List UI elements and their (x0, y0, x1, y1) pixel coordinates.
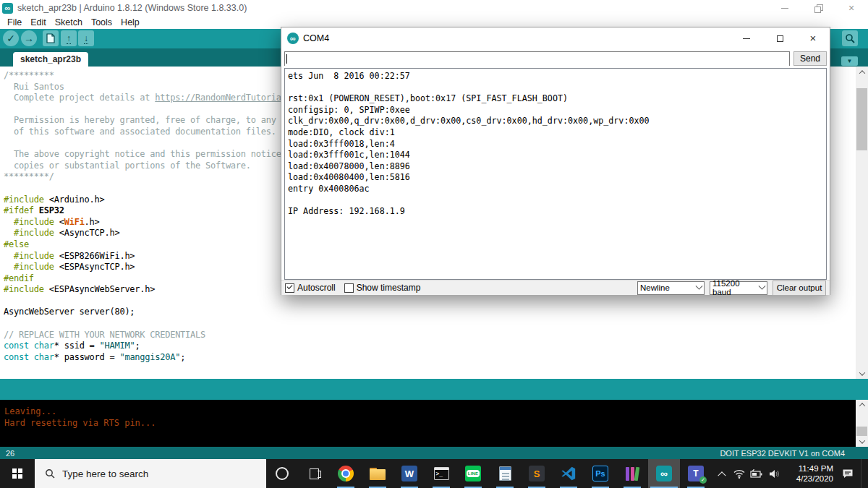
system-tray: 11:49 PM 4/23/2020 (713, 459, 868, 488)
chevron-down-icon (759, 282, 766, 289)
chevron-down-icon: ▼ (847, 58, 853, 64)
notification-icon (842, 468, 854, 479)
menu-edit[interactable]: Edit (26, 17, 51, 27)
send-button[interactable]: Send (793, 51, 827, 66)
menu-help[interactable]: Help (116, 17, 144, 27)
taskbar-sublime[interactable]: S (521, 459, 553, 488)
baud-rate-select[interactable]: 115200 baud (710, 281, 767, 295)
line-ending-select[interactable]: Newline (637, 281, 705, 295)
upload-button[interactable]: → (21, 30, 37, 46)
arduino-app-icon: ∞ (2, 3, 13, 14)
build-console[interactable]: Leaving... Hard resetting via RTS pin... (0, 400, 856, 447)
taskbar-vscode[interactable] (553, 459, 584, 488)
volume-tray-button[interactable] (765, 459, 783, 488)
console-scrollbar-thumb[interactable] (856, 427, 867, 436)
vscode-icon (561, 466, 576, 481)
teams-icon: T✓ (688, 466, 704, 481)
menu-file[interactable]: File (3, 17, 26, 27)
sublime-icon: S (529, 466, 545, 481)
console-scrollbar[interactable] (856, 400, 868, 447)
photoshop-icon: Ps (592, 466, 608, 481)
menu-tools[interactable]: Tools (87, 17, 116, 27)
clock-date: 4/23/2020 (788, 474, 833, 484)
show-timestamp-label: Show timestamp (357, 283, 421, 293)
search-icon (45, 468, 55, 479)
document-icon (46, 33, 55, 43)
line-app-icon: LINE (465, 466, 481, 481)
maximize-button[interactable] (763, 27, 796, 49)
main-window-controls: × (768, 0, 868, 16)
serial-options-bar: Autoscroll Show timestamp Newline 115200… (281, 280, 830, 295)
open-button[interactable]: ↑ (61, 30, 77, 46)
scroll-down-button[interactable] (856, 437, 868, 447)
serial-send-row: Send (281, 49, 830, 68)
minimize-button[interactable] (730, 27, 763, 49)
restore-icon (814, 4, 822, 12)
scroll-up-button[interactable] (856, 67, 868, 77)
editor-scrollbar-thumb[interactable] (856, 88, 867, 150)
baud-rate-value: 115200 baud (712, 279, 754, 296)
taskbar-search-box[interactable] (35, 459, 266, 488)
taskbar-file-explorer[interactable] (362, 459, 393, 488)
minimize-button[interactable] (768, 0, 801, 16)
action-center-button[interactable] (839, 459, 856, 488)
taskbar-line-app[interactable]: LINE (457, 459, 489, 488)
search-input[interactable] (62, 468, 236, 479)
tab-dropdown-button[interactable]: ▼ (841, 56, 858, 66)
serial-title-bar[interactable]: ∞ COM4 × (281, 27, 830, 49)
editor-scrollbar[interactable] (856, 67, 868, 379)
windows-logo-icon (12, 468, 22, 479)
task-view-button[interactable] (298, 459, 330, 488)
chevron-up-icon (718, 471, 726, 479)
taskbar-photoshop[interactable]: Ps (584, 459, 616, 488)
minimize-icon (743, 38, 750, 39)
serial-output-area[interactable]: ets Jun 8 2016 00:22:57 rst:0x1 (POWERON… (284, 68, 827, 280)
scroll-down-button[interactable] (856, 368, 868, 379)
start-button[interactable] (0, 459, 35, 488)
chevron-up-icon (859, 70, 864, 76)
taskbar-notepad[interactable] (489, 459, 521, 488)
restore-button[interactable] (801, 0, 835, 16)
taskbar-arduino-active[interactable]: ∞ (648, 459, 680, 488)
terminal-icon (434, 467, 449, 480)
cortana-button[interactable] (266, 459, 298, 488)
cursor-line-number: 26 (6, 449, 14, 458)
notepad-icon (499, 466, 511, 481)
taskbar-clock[interactable]: 11:49 PM 4/23/2020 (788, 463, 833, 484)
verify-button[interactable]: ✓ (3, 30, 19, 46)
main-title-bar[interactable]: ∞ sketch_apr23b | Arduino 1.8.12 (Window… (0, 0, 868, 16)
maximize-icon (777, 35, 783, 42)
taskbar-chrome[interactable] (330, 459, 362, 488)
serial-input[interactable] (285, 53, 789, 66)
tray-expand-button[interactable] (713, 459, 731, 488)
show-desktop-button[interactable] (861, 459, 864, 488)
tab-sketch[interactable]: sketch_apr23b (13, 52, 88, 67)
new-sketch-button[interactable] (43, 30, 59, 46)
menu-sketch[interactable]: Sketch (51, 17, 87, 27)
cortana-icon (276, 467, 289, 480)
serial-monitor-button[interactable] (842, 30, 858, 46)
serial-input-field[interactable] (284, 51, 790, 66)
arduino-icon: ∞ (656, 466, 672, 481)
clock-time: 11:49 PM (788, 463, 833, 474)
word-icon: W (401, 466, 417, 481)
save-button[interactable]: ↓ (78, 30, 94, 46)
taskbar-word[interactable]: W (393, 459, 425, 488)
scroll-up-button[interactable] (856, 400, 868, 410)
arrow-down-icon: ↓ (84, 33, 88, 44)
line-ending-value: Newline (640, 283, 691, 292)
chevron-down-icon (859, 437, 864, 443)
close-button[interactable]: × (796, 27, 830, 49)
serial-output-text: ets Jun 8 2016 00:22:57 rst:0x1 (POWERON… (285, 69, 826, 220)
show-timestamp-checkbox[interactable] (344, 283, 354, 293)
taskbar-teams[interactable]: T✓ (680, 459, 712, 488)
clear-output-button[interactable]: Clear output (773, 281, 826, 296)
close-button[interactable]: × (835, 0, 868, 16)
autoscroll-checkbox[interactable] (285, 283, 294, 293)
taskbar-winrar[interactable] (616, 459, 648, 488)
wifi-tray-button[interactable] (731, 459, 748, 488)
taskbar-command-prompt[interactable] (425, 459, 457, 488)
serial-window-controls: × (730, 27, 830, 49)
battery-tray-button[interactable] (748, 459, 765, 488)
serial-monitor-window: ∞ COM4 × Send ets Jun 8 2016 00:22:57 rs… (281, 27, 830, 295)
